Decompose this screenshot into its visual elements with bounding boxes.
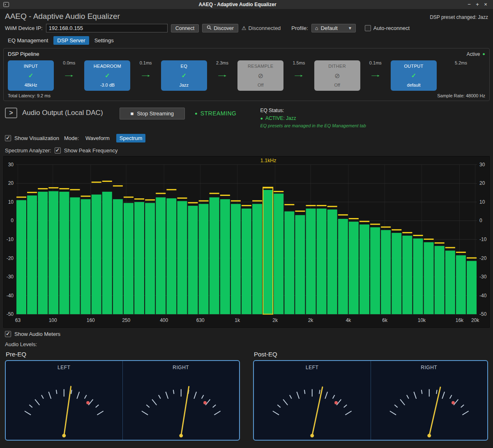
post-eq-title: Post-EQ — [253, 349, 488, 360]
svg-text:10: 10 — [8, 199, 14, 205]
pre-eq-title: Pre-EQ — [5, 349, 240, 360]
mode-spectrum[interactable]: Spectrum — [116, 134, 146, 142]
post-eq-left-meter: LEFT — [254, 361, 371, 440]
svg-text:10: 10 — [479, 199, 485, 205]
discover-button[interactable]: Discover — [202, 24, 238, 32]
tab-eq-management[interactable]: EQ Management — [4, 36, 52, 45]
device-ip-input[interactable] — [46, 24, 168, 32]
arrow-right-icon: → — [369, 70, 382, 79]
home-icon: ⌂ — [315, 25, 318, 31]
disabled-icon: ⊘ — [258, 72, 263, 80]
pre-eq-right-meter: RIGHT — [123, 361, 240, 440]
post-eq-meter-panel: LEFT RIGHT — [253, 360, 488, 441]
needle — [64, 386, 71, 436]
active-dot-icon: ● — [482, 52, 485, 56]
svg-text:160: 160 — [87, 317, 95, 323]
minimize-button[interactable]: − — [465, 0, 473, 9]
vu-gauge — [6, 370, 122, 440]
check-icon: ✓ — [411, 72, 417, 79]
total-latency: Total Latency: 9.2 ms — [8, 93, 51, 98]
stop-streaming-button[interactable]: ■ Stop Streaming — [120, 108, 185, 119]
pipeline-stage-dither: DITHER⊘Off — [314, 60, 360, 91]
output-prompt-icon: > — [5, 108, 17, 118]
pre-eq-meter-panel: LEFT RIGHT — [5, 360, 240, 441]
svg-text:30: 30 — [8, 162, 14, 168]
needle — [429, 387, 440, 436]
needle-pivot — [310, 434, 314, 437]
show-audio-meters-checkbox[interactable] — [5, 331, 11, 337]
streaming-dot-icon: ● — [195, 111, 198, 116]
streaming-status: ● STREAMING — [195, 108, 236, 117]
show-peak-frequency-checkbox[interactable] — [55, 147, 61, 154]
stage-latency: 1.5ms — [293, 60, 305, 65]
window-title: AAEQ - Adaptive Audio Equalizer — [10, 2, 465, 7]
eq-status-value: ● ACTIVE: Jazz — [260, 115, 366, 121]
close-button[interactable]: × — [481, 0, 490, 9]
mode-waveform[interactable]: Waveform — [82, 134, 113, 142]
svg-text:20: 20 — [479, 180, 485, 186]
spectrum-analyzer-chart: 631001602504006301k2k2k4k6k10k16k20k3030… — [3, 156, 490, 328]
svg-text:-30: -30 — [479, 274, 487, 280]
spectrum-svg: 631001602504006301k2k2k4k6k10k16k20k3030… — [4, 156, 489, 327]
check-icon: ✓ — [182, 72, 187, 79]
connection-bar: WiiM Device IP: Connect Discover ⚠ Disco… — [0, 23, 493, 34]
profile-dropdown[interactable]: ⌂ Default ▼ — [311, 24, 356, 32]
peak-indicator-dot — [452, 401, 455, 404]
auto-reconnect-checkbox[interactable] — [365, 25, 371, 31]
vu-gauge — [123, 370, 240, 440]
svg-text:2k: 2k — [308, 317, 313, 323]
dsp-preset-note: DSP preset changed: Jazz — [430, 14, 488, 20]
needle — [181, 386, 189, 435]
audio-levels-label: Audio Levels: — [0, 337, 493, 347]
svg-text:10k: 10k — [418, 317, 426, 323]
stage-latency: 5.2ms — [455, 60, 467, 65]
dsp-pipeline-panel: DSP Pipeline Active ● INPUT✓48kHz0.0ms→H… — [3, 48, 490, 101]
arrow-right-icon: → — [139, 70, 152, 79]
needle-pivot — [62, 434, 66, 437]
pre-eq-left-meter: LEFT — [6, 361, 123, 440]
stage-latency: 0.0ms — [63, 60, 75, 65]
titlebar: AAEQ - Adaptive Audio Equalizer − + × — [0, 0, 493, 9]
pipeline-active-indicator: Active ● — [467, 51, 485, 57]
needle-pivot — [179, 434, 183, 437]
svg-text:-10: -10 — [479, 237, 487, 242]
eq-active-dot-icon: ● — [260, 116, 263, 121]
svg-text:0: 0 — [479, 218, 482, 223]
pipeline-connector: 0.0ms→ — [54, 60, 84, 91]
peak-indicator-dot — [203, 401, 207, 404]
profile-label: Profile: — [291, 25, 308, 31]
pipeline-stages: INPUT✓48kHz0.0ms→HEADROOM✓-3.0 dB0.1ms→E… — [8, 60, 485, 91]
post-eq-right-meter: RIGHT — [371, 361, 488, 440]
profile-value: Default — [321, 25, 338, 31]
audio-level-meters: Pre-EQ LEFT RIGHT Post-EQ LEFT RIGHT — [5, 349, 488, 441]
needle — [312, 387, 323, 436]
svg-text:-10: -10 — [7, 237, 14, 242]
svg-text:16k: 16k — [456, 317, 463, 323]
svg-text:-20: -20 — [7, 255, 14, 261]
disabled-icon: ⊘ — [334, 72, 340, 80]
pipeline-stage-headroom: HEADROOM✓-3.0 dB — [84, 60, 130, 91]
pipeline-connector: 2.3ms→ — [207, 60, 237, 91]
spectrum-analyzer-label: Spectrum Analyzer: — [5, 147, 51, 154]
svg-text:6k: 6k — [382, 317, 387, 323]
svg-text:-50: -50 — [479, 311, 487, 317]
svg-text:-50: -50 — [7, 311, 14, 317]
sample-rate: Sample Rate: 48000 Hz — [437, 93, 485, 98]
show-visualization-checkbox[interactable] — [5, 135, 11, 141]
tab-settings[interactable]: Settings — [91, 36, 117, 45]
maximize-button[interactable]: + — [473, 0, 481, 9]
stage-latency: 2.3ms — [216, 60, 228, 65]
spectrum-analyzer-controls: Spectrum Analyzer: Show Peak Frequency — [0, 142, 493, 155]
stage-latency: 0.1ms — [369, 60, 382, 65]
pipeline-connector: 0.1ms→ — [360, 60, 391, 91]
svg-text:630: 630 — [196, 317, 205, 323]
eq-status-note: EQ presets are managed in the EQ Managem… — [260, 123, 366, 128]
app-icon[interactable] — [3, 2, 10, 7]
svg-text:20k: 20k — [471, 317, 479, 323]
audio-output-section: > Audio Output (Local DAC) ■ Stop Stream… — [0, 101, 493, 128]
tab-dsp-server[interactable]: DSP Server — [53, 36, 89, 45]
peak-frequency-label: 1.1kHz — [260, 158, 276, 163]
svg-text:-40: -40 — [7, 293, 14, 299]
pipeline-title: DSP Pipeline — [8, 51, 39, 57]
connect-button[interactable]: Connect — [171, 24, 199, 32]
